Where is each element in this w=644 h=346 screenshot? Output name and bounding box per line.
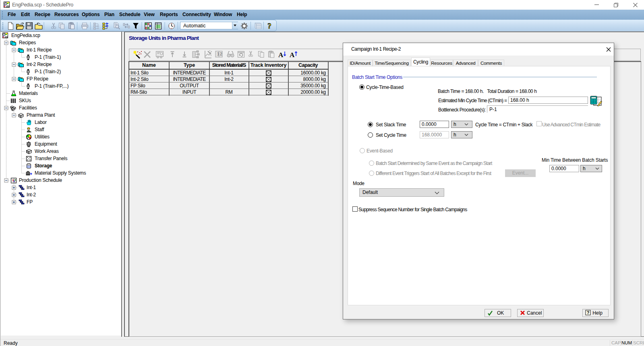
svg-text:A: A [278,51,284,59]
svg-text:2: 2 [220,52,222,56]
svg-text:?: ? [267,22,271,30]
svg-text:?: ? [587,310,590,315]
svg-text:1: 1 [217,52,219,56]
svg-text:A: A [290,51,295,59]
